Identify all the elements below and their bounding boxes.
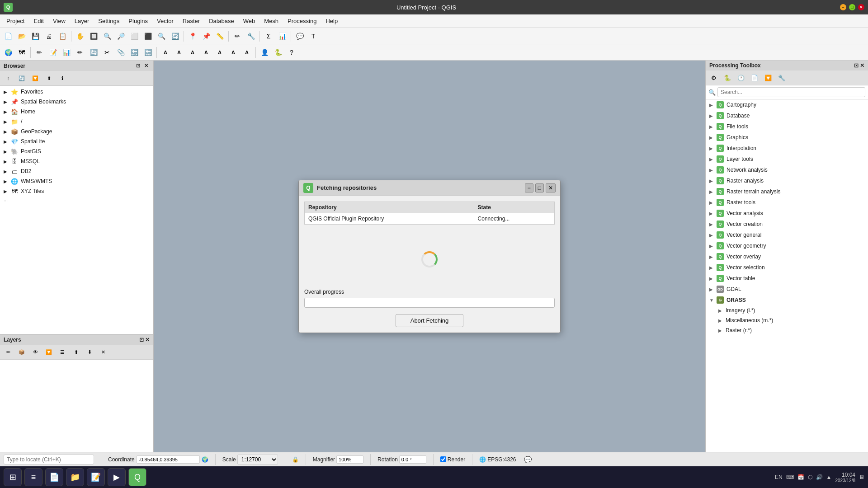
menu-database[interactable]: Database [204,16,239,26]
menu-layer[interactable]: Layer [70,16,94,26]
open-project-btn[interactable]: 📂 [15,30,28,42]
pan-map-btn[interactable]: 🔲 [87,30,100,42]
taskbar-qgis[interactable]: Q [128,468,146,486]
menu-plugins[interactable]: Plugins [124,16,152,26]
browser-panel-float-btn[interactable]: ⊡ [135,62,142,69]
menu-view[interactable]: View [48,16,70,26]
text-btn[interactable]: T [307,30,320,42]
label-a6-btn[interactable]: A [227,46,240,59]
toolbox-float-btn[interactable]: ⊡ [854,62,859,69]
back-btn[interactable]: 🔙 [128,46,141,59]
label-a2-btn[interactable]: A [173,46,185,59]
browser-item-spatial-bookmarks[interactable]: ▶ 📌 Spatial Bookmarks [0,97,153,107]
layers-edit-btn[interactable]: ✏ [2,346,14,358]
toolbox-item-raster-terrain[interactable]: ▶ Q Raster terrain analysis [706,186,868,197]
map-btn[interactable]: 🗺 [15,46,28,59]
snap-btn[interactable]: 📎 [114,46,127,59]
layers-vis-btn[interactable]: 👁 [29,346,42,358]
browser-item-db2[interactable]: ▶ 🗃 DB2 [0,166,153,176]
browser-item-favorites[interactable]: ▶ ⭐ Favorites [0,87,153,97]
toolbox-close-btn[interactable]: ✕ [860,62,864,69]
modal-restore-btn[interactable]: □ [535,183,544,192]
browser-refresh-btn[interactable]: 🔄 [15,72,28,84]
zoom-out-btn[interactable]: 🔎 [114,30,127,42]
menu-settings[interactable]: Settings [94,16,124,26]
zoom-in-btn[interactable]: 🔍 [101,30,113,42]
abort-fetching-button[interactable]: Abort Fetching [396,314,464,327]
scale-select[interactable]: 1:12700 [237,455,278,465]
python-console-btn[interactable]: 🐍 [272,46,284,59]
toolbox-subitem-imagery[interactable]: ▶ Imagery (i.*) [706,305,868,315]
render-input[interactable] [440,456,446,462]
zoom-full-btn[interactable]: ⬜ [128,30,141,42]
toolbox-history-btn[interactable]: 🕐 [735,71,747,84]
menu-raster[interactable]: Raster [178,16,204,26]
toolbox-results-btn[interactable]: 📄 [748,71,761,84]
browser-up-btn[interactable]: ⬆ [42,72,55,84]
edit-pencil-btn[interactable]: ✏ [33,46,46,59]
edit-table-btn[interactable]: 📊 [60,46,73,59]
browser-item-postgis[interactable]: ▶ 🐘 PostGIS [0,146,153,156]
browser-item-home[interactable]: ▶ 🏠 Home [0,107,153,117]
menu-edit[interactable]: Edit [29,16,48,26]
new-project-btn[interactable]: 📄 [2,30,14,42]
label-a1-btn[interactable]: A [159,46,172,59]
toolbox-item-vector-geometry[interactable]: ▶ Q Vector geometry [706,240,868,251]
menu-web[interactable]: Web [239,16,260,26]
undo-btn[interactable]: 🔄 [87,46,100,59]
toolbox-subitem-raster[interactable]: ▶ Raster (r.*) [706,325,868,335]
layers-menu-btn[interactable]: ☰ [56,346,69,358]
browser-item-root[interactable]: ▶ 📁 / [0,117,153,127]
zoom-selection-btn[interactable]: 🔍 [155,30,168,42]
toolbox-item-cartography[interactable]: ▶ Q Cartography [706,99,868,110]
toolbox-item-vector-selection[interactable]: ▶ Q Vector selection [706,262,868,273]
layers-add-btn[interactable]: 📦 [15,346,28,358]
browser-item-wms[interactable]: ▶ 🌐 WMS/WMTS [0,176,153,186]
save-project-btn[interactable]: 💾 [29,30,42,42]
toolbox-item-raster-tools[interactable]: ▶ Q Raster tools [706,197,868,208]
menu-vector[interactable]: Vector [152,16,178,26]
toolbox-item-grass[interactable]: ▼ G GRASS [706,295,868,305]
menu-mesh[interactable]: Mesh [259,16,283,26]
layers-filter-btn[interactable]: 🔽 [42,346,55,358]
search-input[interactable] [717,87,865,97]
print-btn[interactable]: 📋 [56,30,69,42]
browser-item-xyz[interactable]: ▶ 🗺 XYZ Tiles [0,186,153,196]
map-canvas[interactable]: Q Fetching repositories − □ ✕ Repository… [154,61,705,452]
toolbox-item-gdal[interactable]: ▶ GD GDAL [706,284,868,295]
taskbar-folder[interactable]: 📁 [66,468,84,486]
maximize-button[interactable]: □ [849,4,855,10]
modal-minimize-btn[interactable]: − [525,183,533,192]
select-btn[interactable]: 📌 [200,30,212,42]
layers-panel-close-btn[interactable]: ✕ [145,337,150,343]
edit2-btn[interactable]: ✏ [74,46,86,59]
processing-toolbox-btn[interactable]: 👤 [258,46,271,59]
taskbar-run[interactable]: ▶ [108,468,126,486]
crs-btn[interactable]: 🌍 [2,46,14,59]
identify-btn[interactable]: 📍 [186,30,199,42]
refresh-btn[interactable]: 🔄 [169,30,181,42]
toolbox-item-vector-analysis[interactable]: ▶ Q Vector analysis [706,208,868,219]
menu-project[interactable]: Project [2,16,29,26]
browser-item-mssql[interactable]: ▶ 🗄 MSSQL [0,156,153,166]
minimize-button[interactable]: − [840,4,846,10]
status-messages-btn[interactable]: 💬 [522,453,534,466]
toolbox-item-vector-table[interactable]: ▶ Q Vector table [706,273,868,284]
toolbox-subitem-miscellaneous[interactable]: ▶ Miscellaneous (m.*) [706,315,868,325]
taskbar-text[interactable]: 📝 [87,468,105,486]
taskbar-show-desktop[interactable]: ⊞ [4,468,22,486]
menu-help[interactable]: Help [321,16,342,26]
toolbox-settings-btn[interactable]: 🔧 [775,71,788,84]
toolbox-run-btn[interactable]: ⚙ [708,71,720,84]
layers-panel-float-btn[interactable]: ⊡ [139,337,144,343]
magnifier-input[interactable] [336,455,363,464]
menu-processing[interactable]: Processing [283,16,321,26]
label-btn[interactable]: 💬 [293,30,306,42]
browser-filter-btn[interactable]: 🔽 [29,72,42,84]
locate-input[interactable] [4,455,94,465]
browser-item-spatialite[interactable]: ▶ 💎 SpatiaLite [0,136,153,146]
digitize-btn[interactable]: ✏ [231,30,244,42]
toolbox-options-btn[interactable]: 🔽 [762,71,774,84]
forward-btn[interactable]: 🔚 [142,46,154,59]
layers-down-btn[interactable]: ⬇ [83,346,96,358]
